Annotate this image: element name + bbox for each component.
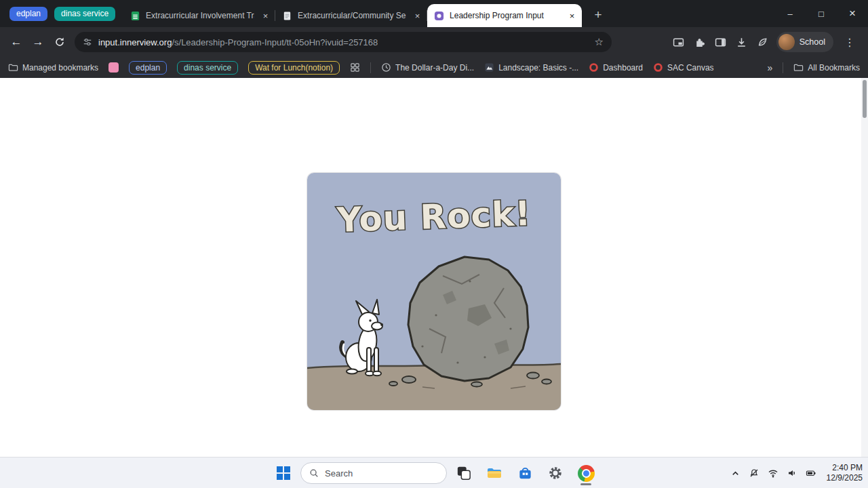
- task-view-icon: [456, 466, 471, 481]
- close-tab-icon[interactable]: ×: [566, 10, 578, 22]
- bookmark-label: Dashboard: [603, 63, 643, 73]
- reload-button[interactable]: [49, 31, 71, 53]
- task-view-button[interactable]: [450, 460, 477, 487]
- browser-toolbar: ← → input.innerview.org/s/Leadership-Pro…: [0, 27, 868, 57]
- profile-label: School: [800, 37, 825, 47]
- folder-icon: [793, 62, 804, 73]
- bookmark-star-icon[interactable]: ☆: [595, 36, 604, 48]
- folder-icon: [8, 62, 18, 73]
- browser-menu-icon[interactable]: ⋮: [840, 36, 860, 49]
- close-window-button[interactable]: ×: [837, 0, 868, 27]
- store-icon: [517, 466, 533, 481]
- side-panel-icon[interactable]: [713, 35, 728, 49]
- notifications-off-icon[interactable]: [749, 468, 760, 479]
- bookmark-landscape-basics[interactable]: Landscape: Basics -...: [484, 62, 578, 73]
- forward-button[interactable]: →: [27, 31, 49, 53]
- performance-leaf-icon[interactable]: [755, 35, 770, 49]
- taskbar-clock[interactable]: 2:40 PM 12/9/2025: [827, 463, 863, 483]
- you-rock-title: You Rock!: [336, 194, 532, 240]
- active-app-indicator: [580, 483, 591, 485]
- wifi-icon[interactable]: [768, 468, 779, 479]
- bookmark-chip-wat-for-lunch[interactable]: Wat for Lunch(notion): [248, 61, 340, 75]
- tray-chevron-up-icon[interactable]: [730, 468, 741, 479]
- bookmark-dollar-a-day[interactable]: The Dollar-a-Day Di...: [381, 62, 474, 73]
- search-label: Search: [325, 468, 353, 479]
- url-text: input.innerview.org/s/Leadership-Program…: [98, 37, 378, 47]
- tab-strip: edplan dinas service Extracurricular Inv…: [0, 0, 868, 27]
- managed-bookmarks-folder[interactable]: Managed bookmarks: [8, 62, 98, 73]
- window-controls: – □ ×: [774, 0, 868, 27]
- apps-grid-button[interactable]: [350, 62, 360, 73]
- file-explorer-button[interactable]: [481, 460, 508, 487]
- new-tab-button[interactable]: +: [589, 5, 608, 24]
- address-bar[interactable]: input.innerview.org/s/Leadership-Program…: [75, 32, 612, 52]
- landscape-favicon: [484, 62, 494, 73]
- bookmark-chip-edplan[interactable]: edplan: [129, 61, 167, 75]
- tab-title: Extracurricular/Community Serv: [298, 11, 406, 20]
- bookmarks-bar: Managed bookmarks edplan dinas service W…: [0, 57, 868, 78]
- bookmark-sac-canvas[interactable]: SAC Canvas: [653, 62, 714, 73]
- volume-icon[interactable]: [787, 468, 798, 479]
- tab-title: Extracurricular Involvement Trac: [146, 11, 254, 20]
- document-icon: [282, 11, 292, 21]
- start-button[interactable]: [270, 460, 297, 487]
- desktop-screen: edplan dinas service Extracurricular Inv…: [0, 0, 868, 488]
- chrome-taskbar-button[interactable]: [572, 460, 599, 487]
- microsoft-store-button[interactable]: [511, 460, 538, 487]
- avatar: [778, 34, 795, 50]
- you-rock-illustration: You Rock!: [307, 173, 561, 410]
- clock-time: 2:40 PM: [827, 463, 863, 473]
- tab-extracurricular-community[interactable]: Extracurricular/Community Serv ×: [275, 4, 427, 27]
- all-bookmarks-button[interactable]: All Bookmarks: [793, 62, 860, 73]
- back-button[interactable]: ←: [5, 31, 27, 53]
- search-icon: [309, 468, 319, 478]
- windows-taskbar: Search: [0, 457, 868, 488]
- form-icon: [434, 11, 444, 21]
- picture-in-picture-icon[interactable]: [671, 35, 686, 49]
- gear-icon: [548, 466, 563, 481]
- bookmark-label: Landscape: Basics -...: [498, 63, 578, 73]
- page-scrollbar[interactable]: [861, 78, 868, 457]
- file-explorer-icon: [486, 465, 502, 481]
- tab-group-chip-pink[interactable]: [108, 62, 119, 73]
- profile-button[interactable]: School: [776, 32, 833, 52]
- reload-icon: [54, 37, 65, 47]
- extensions-puzzle-icon[interactable]: [692, 35, 707, 49]
- chrome-icon: [578, 465, 595, 482]
- url-domain: input.innerview.org: [98, 37, 172, 47]
- sheets-icon: [130, 11, 140, 21]
- bookmarks-divider: [370, 62, 371, 73]
- downloads-icon[interactable]: [734, 35, 749, 49]
- battery-icon[interactable]: [806, 468, 817, 479]
- tab-extracurricular-involvement[interactable]: Extracurricular Involvement Trac ×: [123, 4, 275, 27]
- managed-bookmarks-label: Managed bookmarks: [22, 63, 98, 73]
- bookmark-chip-dinas-service[interactable]: dinas service: [177, 61, 238, 75]
- system-tray: 2:40 PM 12/9/2025: [730, 458, 863, 488]
- tab-leadership-program-input[interactable]: Leadership Program Input ×: [427, 4, 582, 27]
- bookmarks-divider: [783, 62, 783, 73]
- minimize-button[interactable]: –: [774, 0, 806, 27]
- clock-favicon: [381, 62, 391, 73]
- tab-title: Leadership Program Input: [450, 11, 561, 20]
- toolbar-actions: School ⋮: [671, 32, 863, 52]
- canvas-favicon: [653, 62, 663, 73]
- close-tab-icon[interactable]: ×: [412, 10, 423, 22]
- windows-logo-icon: [277, 466, 290, 480]
- all-bookmarks-label: All Bookmarks: [808, 63, 860, 73]
- taskbar-search[interactable]: Search: [300, 462, 447, 484]
- site-info-icon[interactable]: [83, 37, 92, 47]
- url-path: /s/Leadership-Program-Input/tt-05oHn?ivu…: [172, 37, 378, 47]
- tab-group-dinas-service[interactable]: dinas service: [54, 7, 115, 21]
- taskbar-center: Search: [270, 458, 599, 488]
- maximize-button[interactable]: □: [806, 0, 837, 27]
- settings-button[interactable]: [542, 460, 569, 487]
- page-content: You Rock!: [0, 78, 868, 457]
- scrollbar-thumb[interactable]: [863, 80, 867, 118]
- canvas-favicon: [589, 62, 599, 73]
- bookmarks-overflow-chevron[interactable]: »: [768, 62, 773, 73]
- bookmark-dashboard[interactable]: Dashboard: [589, 62, 643, 73]
- tab-group-edplan[interactable]: edplan: [9, 7, 47, 21]
- clock-date: 12/9/2025: [827, 473, 863, 483]
- close-tab-icon[interactable]: ×: [260, 10, 271, 22]
- bookmark-label: SAC Canvas: [667, 63, 714, 73]
